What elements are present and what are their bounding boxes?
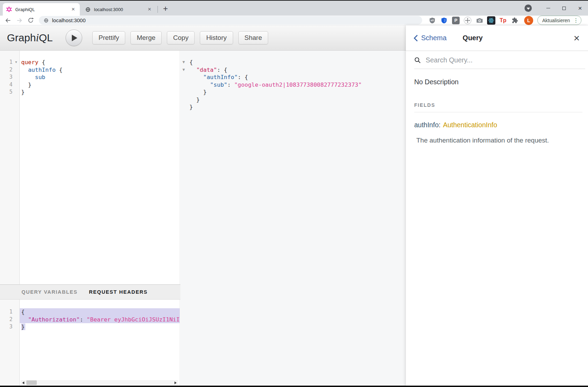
svg-text:uO: uO — [431, 19, 434, 21]
result-line: "authInfo": { — [180, 74, 406, 81]
tab-request-headers[interactable]: REQUEST HEADERS — [89, 289, 148, 295]
tab-title: GraphiQL — [15, 7, 70, 12]
move-tool-extension-icon[interactable] — [463, 16, 472, 25]
code-line: 4 } — [0, 81, 180, 89]
graphiql-toolbar: GraphiQL Prettify Merge Copy History Sha… — [0, 25, 406, 51]
docs-no-description: No Description — [414, 78, 580, 86]
scrollbar-track[interactable] — [26, 380, 173, 385]
browser-toolbar: localhost:3000 uO P — [0, 16, 588, 25]
field-type-link[interactable]: AuthenticationInfo — [443, 121, 497, 129]
fields-divider — [414, 112, 582, 112]
docs-field-item: authInfo:AuthenticationInfo — [414, 121, 580, 129]
search-icon — [414, 57, 421, 63]
doc-explorer-panel: Schema Query × No Description FIELDS aut… — [406, 25, 588, 386]
extensions-puzzle-icon[interactable] — [510, 16, 519, 25]
tab-graphiql[interactable]: GraphiQL × — [3, 3, 80, 16]
code-line: 1 ▼ query { — [0, 59, 180, 66]
request-headers-editor[interactable]: 1 { 2 "Authorization": "Bearer eyJhbGciO… — [0, 300, 180, 386]
docs-search-input[interactable] — [425, 56, 555, 64]
result-line: } — [180, 103, 406, 111]
address-url: localhost:3000 — [52, 17, 86, 23]
window-close-icon: × — [578, 5, 582, 11]
window-controls: × — [525, 1, 588, 16]
screenshot-camera-extension-icon[interactable] — [475, 16, 484, 25]
merge-button[interactable]: Merge — [130, 31, 162, 44]
fold-arrow-icon[interactable]: ▼ — [182, 66, 185, 74]
tab-title: localhost:3000 — [94, 7, 146, 12]
tab-separator — [157, 6, 158, 13]
extension-icons: uO P Tp — [428, 16, 519, 25]
maximize-icon — [562, 7, 566, 10]
share-button[interactable]: Share — [238, 31, 269, 44]
play-icon — [72, 35, 78, 41]
react-devtools-extension-icon[interactable] — [487, 16, 496, 25]
scrollbar-thumb[interactable] — [26, 380, 37, 385]
tab-close-icon[interactable]: × — [146, 6, 153, 12]
docs-fields-heading: FIELDS — [414, 102, 580, 108]
secondary-editor-tabs: QUERY VARIABLES REQUEST HEADERS — [0, 284, 180, 300]
prettify-button[interactable]: Prettify — [92, 31, 125, 44]
graphiql-logo: GraphiQL — [7, 32, 53, 44]
tab-close-icon[interactable]: × — [70, 6, 76, 12]
forward-button[interactable] — [16, 17, 23, 24]
fold-arrow-icon[interactable]: ▼ — [182, 59, 185, 66]
field-name-link[interactable]: authInfo — [414, 121, 438, 129]
result-line: } — [180, 88, 406, 96]
minimize-icon — [546, 8, 550, 9]
download-bubble-button[interactable] — [525, 5, 532, 12]
result-viewer[interactable]: ▼{ ▼ "data": { "authInfo": { "sub": "goo… — [180, 51, 406, 386]
search-underline — [414, 69, 585, 69]
scroll-right-icon[interactable] — [173, 380, 178, 385]
code-line: 2 "Authorization": "Bearer eyJhbGciOiJSU… — [0, 316, 180, 324]
code-line: 2 authInfo { — [0, 66, 180, 74]
docs-body: No Description FIELDS authInfo:Authentic… — [406, 78, 588, 144]
browser-profile-avatar[interactable]: L — [524, 16, 533, 25]
result-line: "sub": "google-oauth2|108377380082777232… — [180, 81, 406, 89]
query-editor[interactable]: 1 ▼ query { 2 authInfo { 3 sub 4 } 5 — [0, 51, 180, 284]
window-minimize-button[interactable] — [540, 1, 556, 15]
graphiql-favicon-icon — [6, 7, 12, 12]
result-line: ▼{ — [180, 59, 406, 66]
tab-strip: GraphiQL × localhost:3000 × + × — [0, 1, 588, 16]
horizontal-scrollbar[interactable] — [21, 380, 178, 385]
back-button[interactable] — [5, 17, 11, 24]
code-line: 3 } — [0, 323, 180, 331]
window-bottom-edge — [0, 386, 588, 387]
globe-icon — [44, 18, 49, 23]
tab-localhost[interactable]: localhost:3000 × — [82, 3, 156, 16]
window-maximize-button[interactable] — [556, 1, 572, 15]
docs-title: Query — [406, 34, 539, 42]
ublock-extension-icon[interactable]: uO — [428, 16, 437, 25]
scroll-left-icon[interactable] — [21, 380, 26, 385]
doc-explorer-header: Schema Query × — [406, 25, 588, 51]
tp-extension-icon[interactable]: Tp — [498, 16, 508, 25]
toolbar-buttons: Prettify Merge Copy History Share — [92, 31, 268, 44]
result-line: } — [180, 96, 406, 104]
tab-query-variables[interactable]: QUERY VARIABLES — [22, 289, 78, 295]
fold-arrow-icon[interactable]: ▼ — [12, 59, 20, 66]
update-button-label: Aktualisieren — [542, 18, 570, 23]
new-tab-button[interactable]: + — [160, 3, 171, 14]
browser-menu-icon[interactable]: ⋮ — [573, 18, 579, 23]
field-description: The authentication information of the re… — [414, 137, 580, 144]
copy-button[interactable]: Copy — [167, 31, 195, 44]
bitwarden-extension-icon[interactable] — [440, 16, 449, 25]
code-line: 3 sub — [0, 74, 180, 81]
result-line: ▼ "data": { — [180, 66, 406, 74]
address-bar[interactable]: localhost:3000 — [39, 16, 422, 25]
docs-close-icon[interactable]: × — [573, 33, 580, 43]
browser-update-button[interactable]: Aktualisieren ⋮ — [537, 16, 581, 25]
history-button[interactable]: History — [200, 31, 233, 44]
browser-window: GraphiQL × localhost:3000 × + × — [0, 0, 588, 387]
p-extension-icon[interactable]: P — [451, 16, 460, 25]
docs-search-row — [406, 51, 588, 69]
reload-button[interactable] — [27, 17, 34, 24]
globe-icon — [85, 7, 91, 12]
code-line: 1 { — [0, 308, 180, 316]
window-close-button[interactable]: × — [572, 1, 588, 15]
download-arrow-icon — [527, 8, 530, 10]
code-line: 5 } — [0, 88, 180, 96]
execute-query-button[interactable] — [66, 29, 82, 46]
